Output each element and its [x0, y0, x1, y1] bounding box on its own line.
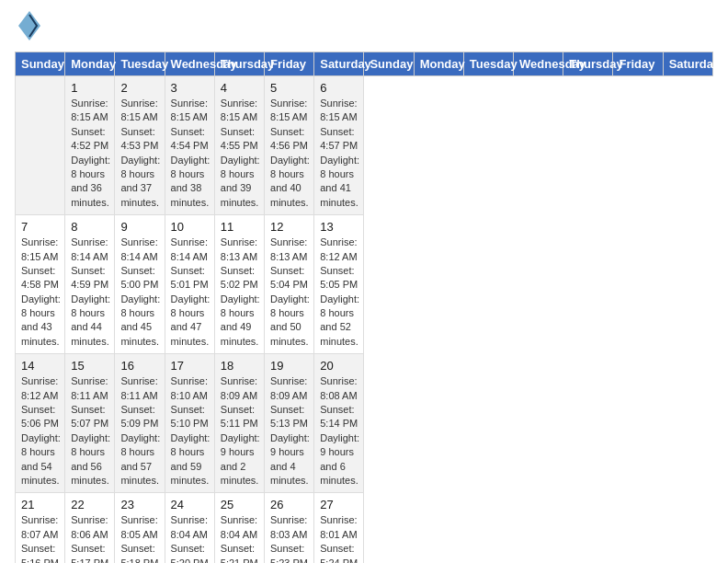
day-number: 15 — [71, 359, 108, 373]
day-info: Sunrise: 8:13 AMSunset: 5:04 PMDaylight:… — [270, 236, 308, 349]
day-number: 21 — [21, 498, 59, 511]
day-number: 17 — [171, 359, 209, 373]
calendar-cell: 26Sunrise: 8:03 AMSunset: 5:23 PMDayligh… — [265, 493, 314, 563]
calendar-cell — [16, 76, 65, 215]
day-info: Sunrise: 8:06 AMSunset: 5:17 PMDaylight:… — [71, 513, 108, 563]
day-info: Sunrise: 8:04 AMSunset: 5:20 PMDaylight:… — [171, 513, 209, 563]
day-number: 22 — [71, 498, 108, 511]
day-info: Sunrise: 8:14 AMSunset: 5:00 PMDaylight:… — [120, 236, 158, 349]
weekday-header-saturday: Saturday — [314, 52, 364, 76]
day-info: Sunrise: 8:09 AMSunset: 5:11 PMDaylight:… — [221, 374, 258, 488]
weekday-header-friday: Friday — [265, 52, 314, 76]
weekday-header-thursday: Thursday — [563, 52, 613, 76]
calendar-cell: 10Sunrise: 8:14 AMSunset: 5:01 PMDayligh… — [165, 215, 214, 354]
calendar-cell: 16Sunrise: 8:11 AMSunset: 5:09 PMDayligh… — [115, 354, 165, 493]
day-number: 20 — [320, 359, 358, 373]
day-info: Sunrise: 8:08 AMSunset: 5:14 PMDaylight:… — [320, 374, 358, 488]
weekday-header-tuesday: Tuesday — [115, 52, 165, 76]
day-number: 23 — [120, 498, 158, 511]
weekday-header-thursday: Thursday — [214, 52, 264, 76]
weekday-header-saturday: Saturday — [663, 52, 712, 76]
logo-icon — [18, 11, 40, 40]
calendar-cell: 4Sunrise: 8:15 AMSunset: 4:55 PMDaylight… — [214, 76, 264, 215]
day-number: 19 — [270, 359, 308, 373]
day-number: 4 — [221, 81, 258, 95]
calendar-week-row: 21Sunrise: 8:07 AMSunset: 5:16 PMDayligh… — [16, 493, 713, 563]
page-header — [15, 15, 713, 40]
calendar-cell: 22Sunrise: 8:06 AMSunset: 5:17 PMDayligh… — [65, 493, 115, 563]
logo — [15, 15, 40, 40]
day-info: Sunrise: 8:14 AMSunset: 5:01 PMDaylight:… — [171, 236, 209, 349]
day-number: 13 — [320, 220, 358, 234]
day-info: Sunrise: 8:07 AMSunset: 5:16 PMDaylight:… — [21, 513, 59, 563]
day-number: 3 — [171, 81, 209, 95]
calendar-week-row: 1Sunrise: 8:15 AMSunset: 4:52 PMDaylight… — [16, 76, 713, 215]
day-info: Sunrise: 8:04 AMSunset: 5:21 PMDaylight:… — [221, 513, 258, 563]
weekday-header-wednesday: Wednesday — [514, 52, 563, 76]
day-number: 10 — [171, 220, 209, 234]
day-info: Sunrise: 8:10 AMSunset: 5:10 PMDaylight:… — [171, 374, 209, 488]
weekday-header-wednesday: Wednesday — [165, 52, 214, 76]
day-info: Sunrise: 8:12 AMSunset: 5:05 PMDaylight:… — [320, 236, 358, 349]
day-info: Sunrise: 8:05 AMSunset: 5:18 PMDaylight:… — [120, 513, 158, 563]
day-info: Sunrise: 8:15 AMSunset: 4:58 PMDaylight:… — [21, 236, 59, 349]
calendar-cell: 1Sunrise: 8:15 AMSunset: 4:52 PMDaylight… — [65, 76, 115, 215]
calendar-table: SundayMondayTuesdayWednesdayThursdayFrid… — [15, 52, 713, 563]
day-number: 16 — [120, 359, 158, 373]
day-info: Sunrise: 8:09 AMSunset: 5:13 PMDaylight:… — [270, 374, 308, 488]
calendar-cell: 11Sunrise: 8:13 AMSunset: 5:02 PMDayligh… — [214, 215, 264, 354]
weekday-header-monday: Monday — [414, 52, 463, 76]
weekday-header-sunday: Sunday — [364, 52, 414, 76]
calendar-cell: 25Sunrise: 8:04 AMSunset: 5:21 PMDayligh… — [214, 493, 264, 563]
day-info: Sunrise: 8:01 AMSunset: 5:24 PMDaylight:… — [320, 513, 358, 563]
day-info: Sunrise: 8:12 AMSunset: 5:06 PMDaylight:… — [21, 374, 59, 488]
calendar-cell: 9Sunrise: 8:14 AMSunset: 5:00 PMDaylight… — [115, 215, 165, 354]
day-number: 8 — [71, 220, 108, 234]
calendar-week-row: 7Sunrise: 8:15 AMSunset: 4:58 PMDaylight… — [16, 215, 713, 354]
calendar-cell: 8Sunrise: 8:14 AMSunset: 4:59 PMDaylight… — [65, 215, 115, 354]
day-info: Sunrise: 8:15 AMSunset: 4:55 PMDaylight:… — [221, 97, 258, 210]
calendar-cell: 5Sunrise: 8:15 AMSunset: 4:56 PMDaylight… — [265, 76, 314, 215]
day-info: Sunrise: 8:15 AMSunset: 4:53 PMDaylight:… — [120, 97, 158, 210]
day-info: Sunrise: 8:11 AMSunset: 5:09 PMDaylight:… — [120, 374, 158, 488]
calendar-cell: 12Sunrise: 8:13 AMSunset: 5:04 PMDayligh… — [265, 215, 314, 354]
day-number: 27 — [320, 498, 358, 511]
weekday-header-friday: Friday — [613, 52, 663, 76]
day-number: 18 — [221, 359, 258, 373]
calendar-week-row: 14Sunrise: 8:12 AMSunset: 5:06 PMDayligh… — [16, 354, 713, 493]
calendar-cell: 17Sunrise: 8:10 AMSunset: 5:10 PMDayligh… — [165, 354, 214, 493]
day-info: Sunrise: 8:13 AMSunset: 5:02 PMDaylight:… — [221, 236, 258, 349]
day-info: Sunrise: 8:15 AMSunset: 4:54 PMDaylight:… — [171, 97, 209, 210]
weekday-header-monday: Monday — [65, 52, 115, 76]
day-number: 6 — [320, 81, 358, 95]
weekday-header-tuesday: Tuesday — [463, 52, 513, 76]
day-info: Sunrise: 8:15 AMSunset: 4:56 PMDaylight:… — [270, 97, 308, 210]
calendar-cell: 24Sunrise: 8:04 AMSunset: 5:20 PMDayligh… — [165, 493, 214, 563]
calendar-cell: 14Sunrise: 8:12 AMSunset: 5:06 PMDayligh… — [16, 354, 65, 493]
day-info: Sunrise: 8:11 AMSunset: 5:07 PMDaylight:… — [71, 374, 108, 488]
weekday-header-sunday: Sunday — [16, 52, 65, 76]
calendar-cell: 23Sunrise: 8:05 AMSunset: 5:18 PMDayligh… — [115, 493, 165, 563]
day-info: Sunrise: 8:15 AMSunset: 4:57 PMDaylight:… — [320, 97, 358, 210]
day-number: 5 — [270, 81, 308, 95]
weekday-header-row: SundayMondayTuesdayWednesdayThursdayFrid… — [16, 52, 713, 76]
day-info: Sunrise: 8:03 AMSunset: 5:23 PMDaylight:… — [270, 513, 308, 563]
calendar-cell: 6Sunrise: 8:15 AMSunset: 4:57 PMDaylight… — [314, 76, 364, 215]
day-number: 14 — [21, 359, 59, 373]
day-number: 9 — [120, 220, 158, 234]
calendar-cell: 3Sunrise: 8:15 AMSunset: 4:54 PMDaylight… — [165, 76, 214, 215]
calendar-cell: 21Sunrise: 8:07 AMSunset: 5:16 PMDayligh… — [16, 493, 65, 563]
day-info: Sunrise: 8:15 AMSunset: 4:52 PMDaylight:… — [71, 97, 108, 210]
calendar-cell: 2Sunrise: 8:15 AMSunset: 4:53 PMDaylight… — [115, 76, 165, 215]
day-number: 1 — [71, 81, 108, 95]
calendar-cell: 7Sunrise: 8:15 AMSunset: 4:58 PMDaylight… — [16, 215, 65, 354]
calendar-cell: 19Sunrise: 8:09 AMSunset: 5:13 PMDayligh… — [265, 354, 314, 493]
day-number: 25 — [221, 498, 258, 511]
day-number: 11 — [221, 220, 258, 234]
day-number: 7 — [21, 220, 59, 234]
day-number: 12 — [270, 220, 308, 234]
calendar-cell: 15Sunrise: 8:11 AMSunset: 5:07 PMDayligh… — [65, 354, 115, 493]
day-number: 24 — [171, 498, 209, 511]
day-info: Sunrise: 8:14 AMSunset: 4:59 PMDaylight:… — [71, 236, 108, 349]
calendar-cell: 18Sunrise: 8:09 AMSunset: 5:11 PMDayligh… — [214, 354, 264, 493]
